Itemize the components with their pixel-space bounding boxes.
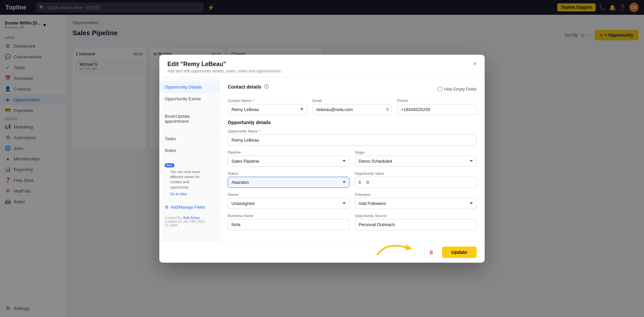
contact-details-title: Contact details ⓘ bbox=[228, 84, 269, 90]
owner-followers-row: Owner Unassigned Followers Add Followers bbox=[228, 193, 477, 209]
email-label: Email bbox=[313, 99, 392, 103]
phone-group: Phone bbox=[397, 99, 477, 115]
copy-icon[interactable]: ⧉ bbox=[386, 107, 389, 112]
business-name-group: Business Name bbox=[228, 214, 350, 230]
opp-name-label: Opportunity Name * bbox=[228, 129, 477, 133]
delete-button[interactable]: 🗑 bbox=[425, 247, 438, 258]
phone-label: Phone bbox=[397, 99, 477, 103]
modal-nav: Opportunity Details Opportunity Extras B… bbox=[159, 77, 220, 242]
created-by-label: Created By: bbox=[165, 216, 182, 220]
labs-link[interactable]: Go to labs bbox=[165, 192, 214, 196]
stage-group: Stage Demo Scheduled bbox=[355, 150, 477, 167]
modal-nav-item-opportunity-details[interactable]: Opportunity Details bbox=[159, 81, 219, 93]
modal-header: Edit "Remy LeBeau" Add and edit opportun… bbox=[159, 55, 485, 77]
currency-input-wrapper: $ bbox=[355, 177, 477, 188]
email-input-wrapper: ⧉ bbox=[313, 104, 392, 115]
opp-details-title: Opportunity details bbox=[228, 120, 477, 125]
labs-hint: You can now have different owner for con… bbox=[165, 169, 214, 192]
edit-opportunity-modal: Edit "Remy LeBeau" Add and edit opportun… bbox=[159, 55, 485, 263]
contact-name-label: Contact Name * bbox=[228, 99, 307, 103]
pipeline-stage-row: Pipeline Sales Pipeline Stage Demo Sched… bbox=[228, 150, 477, 167]
opp-name-input[interactable] bbox=[228, 135, 477, 146]
modal-footer: 🗑 Update bbox=[159, 242, 485, 263]
hide-empty-checkbox-label[interactable]: Hide Empty Fields bbox=[438, 87, 477, 92]
created-on-label: Created on: bbox=[165, 220, 182, 223]
trash-icon: 🗑 bbox=[429, 250, 434, 255]
info-icon: ⓘ bbox=[264, 84, 269, 90]
opp-value-label: Opportunity Value bbox=[355, 171, 477, 175]
modal-overlay: Edit "Remy LeBeau" Add and edit opportun… bbox=[0, 0, 644, 317]
modal-title: Edit "Remy LeBeau" bbox=[167, 61, 282, 68]
opp-name-row: Opportunity Name * bbox=[228, 129, 477, 146]
pipeline-label: Pipeline bbox=[228, 150, 350, 154]
contact-name-label-text: Contact Name bbox=[228, 99, 251, 103]
opp-name-label-text: Opportunity Name bbox=[228, 129, 258, 133]
modal-nav-item-notes[interactable]: Notes bbox=[159, 145, 219, 156]
status-value-row: Status Abandon Opportunity Value $ bbox=[228, 171, 477, 188]
stage-select[interactable]: Demo Scheduled bbox=[355, 156, 477, 167]
opp-source-group: Opportunity Source bbox=[355, 214, 477, 230]
email-group: Email ⧉ bbox=[313, 99, 392, 115]
update-button[interactable]: Update bbox=[442, 247, 477, 258]
opp-value-group: Opportunity Value $ bbox=[355, 171, 477, 188]
required-star: * bbox=[252, 99, 254, 103]
currency-symbol: $ bbox=[355, 177, 364, 188]
contact-details-label: Contact details bbox=[228, 84, 261, 90]
modal-nav-divider-2 bbox=[159, 130, 219, 130]
new-badge: New bbox=[165, 163, 174, 167]
followers-group: Followers Add Followers bbox=[355, 193, 477, 209]
modal-nav-item-tasks[interactable]: Tasks bbox=[159, 133, 219, 145]
followers-select[interactable]: Add Followers bbox=[355, 198, 477, 209]
contact-row: Contact Name * Remy LeBeau Email bbox=[228, 99, 477, 115]
owner-select[interactable]: Unassigned bbox=[228, 198, 350, 209]
opp-source-input[interactable] bbox=[355, 219, 477, 230]
followers-label: Followers bbox=[355, 193, 477, 197]
add-manage-fields-label: Add/Manage Fields bbox=[170, 205, 205, 210]
status-label: Status bbox=[228, 171, 350, 175]
hide-empty-label-text: Hide Empty Fields bbox=[444, 87, 477, 92]
pipeline-group: Pipeline Sales Pipeline bbox=[228, 150, 350, 167]
stage-label: Stage bbox=[355, 150, 477, 154]
opp-value-input[interactable] bbox=[364, 177, 476, 188]
add-manage-fields-button[interactable]: ⚙ Add/Manage Fields bbox=[159, 201, 219, 213]
pipeline-select[interactable]: Sales Pipeline bbox=[228, 156, 350, 167]
business-name-input[interactable] bbox=[228, 219, 350, 230]
contact-name-group: Contact Name * Remy LeBeau bbox=[228, 99, 307, 115]
gear-icon: ⚙ bbox=[165, 205, 169, 210]
modal-nav-divider bbox=[159, 107, 219, 108]
modal-nav-item-book-appointment[interactable]: Book/Update appointment bbox=[159, 110, 219, 127]
contact-name-input-wrapper: Remy LeBeau bbox=[228, 104, 307, 115]
owner-group: Owner Unassigned bbox=[228, 193, 350, 209]
required-star-2: * bbox=[259, 129, 260, 133]
business-source-row: Business Name Opportunity Source bbox=[228, 214, 477, 230]
status-group: Status Abandon bbox=[228, 171, 350, 188]
email-input[interactable] bbox=[313, 104, 392, 115]
modal-body: Opportunity Details Opportunity Extras B… bbox=[159, 77, 485, 242]
business-name-label: Business Name bbox=[228, 214, 350, 218]
created-info: Created By: Bulk Action Created on: Jan … bbox=[159, 213, 219, 230]
svg-marker-0 bbox=[406, 245, 413, 251]
owner-label: Owner bbox=[228, 193, 350, 197]
hide-empty-checkbox[interactable] bbox=[438, 87, 442, 91]
modal-close-button[interactable]: × bbox=[473, 61, 477, 67]
opp-name-group: Opportunity Name * bbox=[228, 129, 477, 146]
modal-nav-item-opportunity-extras[interactable]: Opportunity Extras bbox=[159, 93, 219, 105]
phone-input[interactable] bbox=[397, 104, 477, 115]
contact-name-select[interactable]: Remy LeBeau bbox=[228, 104, 307, 115]
modal-form: Contact details ⓘ Hide Empty Fields Cont… bbox=[220, 77, 485, 242]
status-select[interactable]: Abandon bbox=[228, 177, 350, 188]
modal-subtitle: Add and edit opportunity details, tasks,… bbox=[167, 69, 282, 73]
created-by-value[interactable]: Bulk Action bbox=[183, 216, 200, 220]
opp-source-label: Opportunity Source bbox=[355, 214, 477, 218]
